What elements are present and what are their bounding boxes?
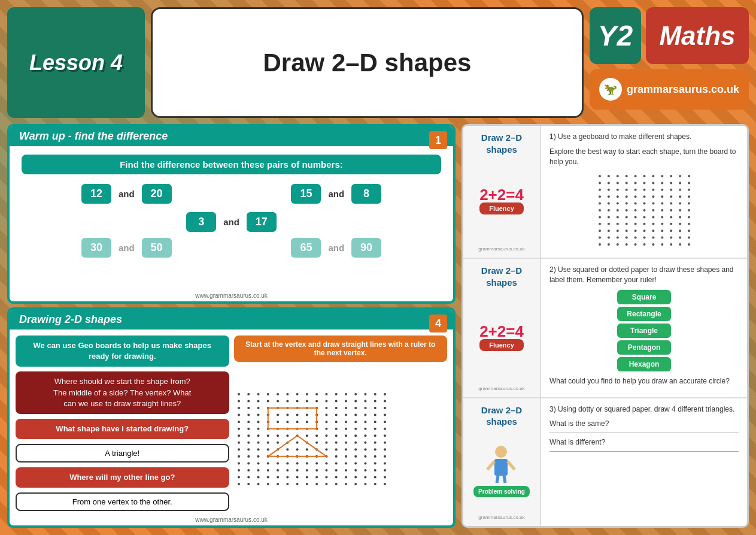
svg-point-33 bbox=[247, 407, 250, 409]
svg-point-186 bbox=[335, 469, 337, 471]
svg-point-103 bbox=[305, 434, 308, 437]
svg-point-175 bbox=[384, 462, 386, 464]
svg-point-232 bbox=[652, 175, 654, 177]
svg-point-113 bbox=[247, 442, 250, 444]
svg-point-112 bbox=[238, 442, 240, 444]
svg-point-234 bbox=[670, 175, 672, 177]
svg-point-194 bbox=[257, 476, 259, 478]
answer-vertex: From one vertex to the other. bbox=[16, 492, 229, 511]
svg-point-133 bbox=[286, 448, 289, 451]
svg-point-334 bbox=[679, 237, 681, 239]
svg-point-246 bbox=[679, 182, 681, 185]
svg-point-27 bbox=[344, 400, 347, 403]
svg-point-338 bbox=[616, 243, 618, 246]
svg-point-142 bbox=[374, 448, 376, 451]
svg-point-305 bbox=[616, 223, 618, 225]
svg-point-91 bbox=[344, 428, 347, 430]
svg-point-346 bbox=[688, 243, 690, 246]
shape-buttons: SquareRectangleTrianglePentagonHexagon bbox=[549, 290, 739, 371]
svg-point-55 bbox=[305, 414, 308, 416]
svg-point-252 bbox=[634, 189, 636, 191]
svg-point-339 bbox=[625, 243, 627, 246]
svg-point-258 bbox=[688, 189, 690, 191]
ws-footer-1: grammarsaurus.co.uk bbox=[478, 246, 524, 252]
svg-point-247 bbox=[688, 182, 690, 185]
svg-point-342 bbox=[652, 243, 654, 246]
svg-point-165 bbox=[286, 462, 289, 464]
svg-point-20 bbox=[277, 400, 279, 403]
svg-point-77 bbox=[364, 421, 366, 423]
ws-footer-2: grammarsaurus.co.uk bbox=[478, 386, 524, 391]
svg-point-179 bbox=[266, 469, 269, 471]
slide-1-footer: www.grammarsaurus.co.uk bbox=[10, 292, 453, 299]
svg-point-267 bbox=[670, 196, 672, 198]
svg-point-104 bbox=[315, 434, 318, 437]
fluency-badge-1: Fluency bbox=[479, 202, 524, 214]
svg-point-174 bbox=[374, 462, 376, 464]
shape-btn-hexagon[interactable]: Hexagon bbox=[617, 357, 671, 371]
dot-grid-svg: // Will render dots via JS below bbox=[234, 367, 390, 486]
number-20: 20 bbox=[142, 184, 172, 204]
shape-btn-triangle[interactable]: Triangle bbox=[617, 324, 671, 338]
svg-point-69 bbox=[286, 421, 289, 423]
svg-point-251 bbox=[625, 189, 627, 191]
svg-point-26 bbox=[335, 400, 337, 403]
svg-point-276 bbox=[652, 202, 654, 205]
dot-grid-area: Start at the vertex and draw straight li… bbox=[234, 335, 448, 514]
svg-point-6 bbox=[296, 393, 298, 395]
svg-point-107 bbox=[344, 434, 347, 437]
ws-line-1 bbox=[549, 433, 739, 433]
svg-point-324 bbox=[688, 230, 690, 232]
svg-point-253 bbox=[643, 189, 645, 191]
svg-rect-349 bbox=[494, 459, 508, 476]
svg-point-223 bbox=[384, 483, 386, 485]
svg-point-59 bbox=[344, 414, 347, 416]
svg-point-90 bbox=[335, 428, 337, 430]
svg-point-347 bbox=[495, 446, 507, 458]
svg-line-353 bbox=[504, 476, 505, 483]
svg-point-304 bbox=[607, 223, 609, 225]
svg-point-307 bbox=[634, 223, 636, 225]
grammar-logo-icon: 🦖 bbox=[599, 78, 622, 101]
svg-point-31 bbox=[384, 400, 386, 403]
shape-btn-pentagon[interactable]: Pentagon bbox=[617, 340, 671, 355]
svg-point-327 bbox=[616, 237, 618, 239]
svg-point-57 bbox=[325, 414, 327, 416]
svg-point-205 bbox=[364, 476, 366, 478]
svg-point-128 bbox=[238, 448, 240, 451]
svg-point-255 bbox=[661, 189, 663, 191]
svg-point-129 bbox=[247, 448, 250, 451]
ws-q3-same: What is the same? bbox=[549, 419, 739, 428]
svg-point-9 bbox=[325, 393, 327, 395]
shape-btn-square[interactable]: Square bbox=[617, 290, 671, 304]
svg-line-351 bbox=[508, 461, 515, 470]
svg-point-292 bbox=[599, 216, 601, 219]
info-where-line: Where will my other line go? bbox=[16, 467, 229, 488]
svg-point-237 bbox=[599, 182, 601, 185]
ws-line-2 bbox=[549, 451, 739, 452]
svg-point-322 bbox=[670, 230, 672, 232]
svg-point-93 bbox=[364, 428, 366, 430]
page-title: Draw 2–D shapes bbox=[263, 49, 472, 77]
info-where-start: Where should we start the shape from?The… bbox=[16, 371, 229, 414]
number-pairs-row1: 12 and 20 15 and 8 bbox=[22, 184, 441, 204]
svg-point-32 bbox=[238, 407, 240, 409]
svg-point-76 bbox=[354, 421, 357, 423]
svg-point-116 bbox=[277, 442, 279, 444]
svg-point-164 bbox=[277, 462, 279, 464]
svg-line-350 bbox=[487, 461, 494, 470]
svg-point-229 bbox=[625, 175, 627, 177]
svg-point-260 bbox=[607, 196, 609, 198]
svg-point-268 bbox=[679, 196, 681, 198]
svg-point-323 bbox=[679, 230, 681, 232]
svg-point-70 bbox=[296, 421, 298, 423]
shape-btn-rectangle[interactable]: Rectangle bbox=[617, 307, 671, 321]
and-text-3: and bbox=[223, 217, 239, 227]
svg-point-265 bbox=[652, 196, 654, 198]
svg-point-326 bbox=[607, 237, 609, 239]
geoboard-slide2: // Will render dots via JS below bbox=[234, 367, 448, 489]
math-icon-2: 2+2=4 bbox=[479, 324, 524, 339]
ws-sidebar-2: Draw 2–D shapes 2+2=4 Fluency grammarsau… bbox=[463, 259, 541, 397]
svg-point-202 bbox=[335, 476, 337, 478]
number-pairs-row3: 30 and 50 65 and 90 bbox=[22, 238, 441, 258]
